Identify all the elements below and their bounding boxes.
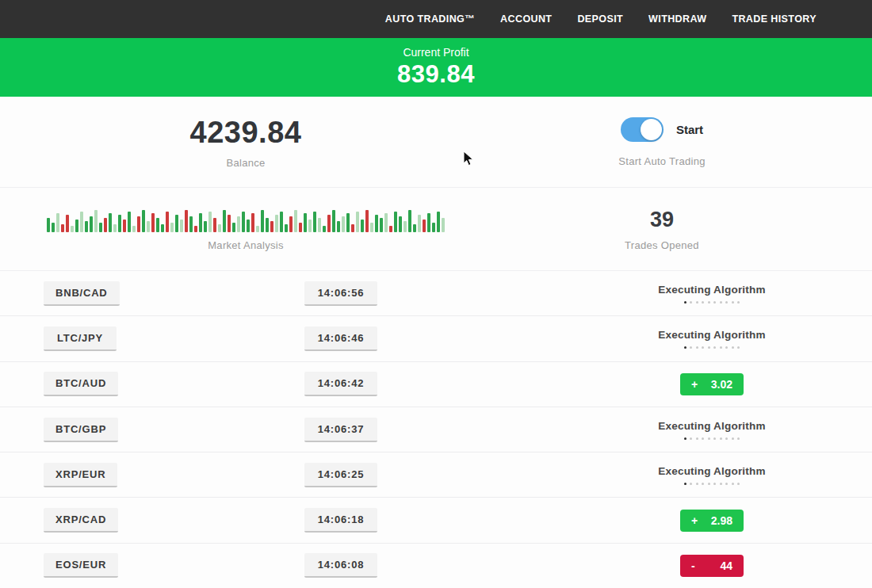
progress-dot (713, 437, 716, 440)
trade-pair-badge: EOS/EUR (44, 553, 118, 578)
trade-result-value: 3.02 (711, 378, 732, 391)
toggle-knob (641, 119, 662, 140)
candle-bar (313, 212, 316, 232)
candle-bar (223, 210, 226, 232)
candle-bar (251, 213, 254, 232)
progress-dot (690, 437, 692, 440)
market-analysis-chart (47, 207, 445, 232)
progress-dot (713, 346, 716, 349)
trade-result-sign: + (691, 378, 698, 391)
candle-bar (270, 221, 273, 232)
candle-bar (299, 223, 302, 232)
candle-bar (109, 213, 112, 232)
candle-bar (94, 210, 98, 232)
progress-dot (702, 437, 704, 440)
candle-bar (170, 223, 174, 232)
progress-dot (708, 301, 710, 304)
executing-algorithm-status: Executing Algorithm (658, 465, 765, 485)
candle-bar (147, 221, 150, 232)
candle-bar (208, 212, 212, 232)
trade-loss-badge: -44 (680, 555, 744, 577)
trade-pair-badge: BNB/CAD (44, 281, 120, 306)
progress-dot (737, 346, 740, 349)
candle-bar (318, 218, 321, 232)
trade-row: BTC/GBP14:06:37Executing Algorithm (0, 407, 872, 452)
current-profit-banner: Current Profit 839.84 (0, 38, 872, 97)
candle-bar (237, 216, 240, 232)
trade-time-badge: 14:06:18 (304, 508, 377, 533)
candle-bar (128, 212, 131, 232)
candle-bar (232, 223, 235, 232)
candle-bar (304, 213, 307, 232)
current-profit-label: Current Profit (403, 46, 469, 59)
balance-label: Balance (226, 157, 265, 169)
candle-bar (365, 210, 369, 232)
nav-item-auto-trading[interactable]: AUTO TRADING™ (385, 13, 475, 25)
trade-pair-badge: LTC/JPY (44, 326, 117, 351)
progress-dot (725, 301, 728, 304)
candle-bar (327, 215, 331, 232)
trade-time-badge: 14:06:42 (304, 372, 377, 396)
candle-bar (351, 224, 354, 232)
candle-bar (389, 226, 392, 232)
market-section: Market Analysis 39 Trades Opened (0, 187, 872, 270)
candle-bar (342, 216, 345, 232)
candle-bar (75, 220, 78, 232)
candle-bar (113, 224, 117, 232)
candle-bar (123, 220, 126, 232)
trade-row: XRP/EUR14:06:25Executing Algorithm (0, 452, 872, 498)
trades-opened-label: Trades Opened (625, 239, 699, 251)
progress-dot (720, 301, 722, 304)
candle-bar (52, 223, 55, 232)
candle-bar (142, 210, 145, 232)
toggle-caption: Start Auto Trading (618, 155, 705, 167)
balance-value: 4239.84 (190, 116, 302, 150)
candle-bar (213, 218, 216, 232)
progress-dot (708, 437, 710, 440)
trade-result-sign: - (691, 559, 695, 572)
progress-dot (690, 301, 692, 304)
nav-item-account[interactable]: ACCOUNT (500, 13, 552, 25)
progress-dot (732, 346, 734, 349)
progress-dot (737, 301, 740, 304)
trade-pair-badge: XRP/EUR (44, 463, 117, 487)
nav-item-deposit[interactable]: DEPOSIT (577, 13, 623, 25)
candle-bar (56, 213, 59, 232)
executing-algorithm-label: Executing Algorithm (658, 465, 765, 477)
candle-bar (337, 221, 340, 232)
toggle-label: Start (676, 123, 703, 136)
trade-pair-badge: XRP/CAD (44, 508, 118, 533)
trade-time-badge: 14:06:08 (304, 553, 377, 578)
progress-dot (725, 483, 728, 485)
candle-bar (61, 224, 64, 232)
executing-algorithm-label: Executing Algorithm (658, 284, 765, 296)
progress-dot (696, 483, 698, 485)
auto-trading-toggle[interactable] (621, 117, 664, 142)
progress-dot (732, 437, 734, 440)
candle-bar (137, 216, 140, 232)
executing-algorithm-label: Executing Algorithm (658, 329, 765, 341)
candle-bar (308, 220, 312, 232)
candle-bar (346, 213, 350, 232)
progress-dot (696, 301, 698, 304)
candle-bar (256, 226, 259, 232)
candle-bar (323, 226, 326, 232)
candle-bar (370, 223, 373, 232)
candle-bar (394, 212, 397, 232)
progress-dots (684, 346, 740, 349)
candle-bar (285, 224, 288, 232)
progress-dot (696, 346, 698, 349)
nav-item-trade-history[interactable]: TRADE HISTORY (732, 13, 817, 25)
nav-item-withdraw[interactable]: WITHDRAW (648, 13, 706, 25)
trades-opened-value: 39 (650, 208, 674, 232)
candle-bar (189, 216, 193, 232)
candle-bar (80, 212, 83, 232)
trade-pair-badge: BTC/AUD (44, 372, 118, 396)
candle-bar (266, 218, 269, 232)
trade-time-badge: 14:06:46 (304, 326, 377, 351)
candle-bar (442, 218, 445, 232)
progress-dot (696, 437, 698, 440)
executing-algorithm-label: Executing Algorithm (658, 420, 765, 432)
candle-bar (289, 216, 293, 232)
candle-bar (408, 210, 411, 232)
